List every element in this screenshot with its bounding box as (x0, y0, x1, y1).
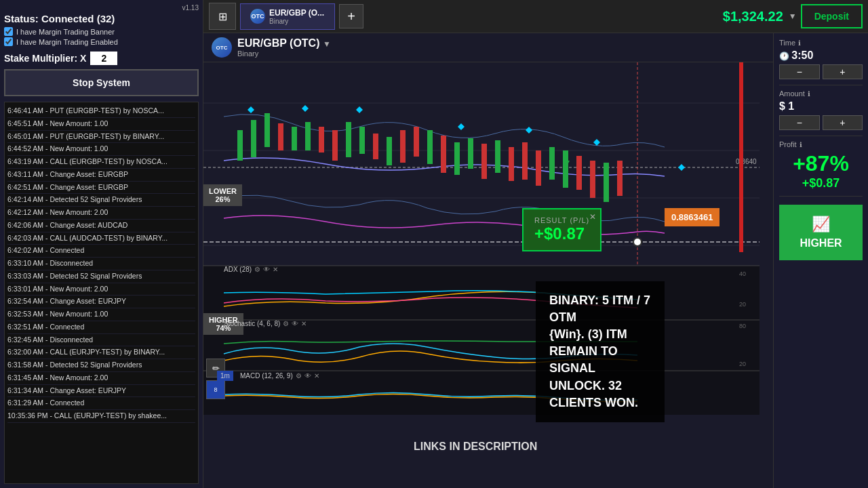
grid-button[interactable]: ⊞ (209, 3, 236, 30)
interval-label: 1m (217, 371, 233, 381)
result-value: +$0.87 (534, 224, 589, 243)
binary-notification: BINARY: 5 ITM / 7 OTM {Win}. (3) ITM REM… (536, 281, 665, 422)
macd-settings-icon[interactable]: ⚙ (296, 372, 302, 380)
margin-banner-checkbox[interactable]: I have Margin Trading Banner (4, 27, 199, 36)
right-panel: Time ℹ 🕐 3:50 − + Amount ℹ $ 1 (773, 33, 868, 488)
stoch-indicator-label: Stochastic (4, 6, 8) ⚙ 👁 ✕ (224, 320, 307, 327)
margin-trading-input[interactable] (4, 37, 13, 46)
macd-close-icon[interactable]: ✕ (314, 372, 319, 380)
log-entry: 6:44:52 AM - New Amount: 1.00 (7, 143, 195, 156)
svg-rect-33 (576, 156, 582, 190)
log-entry: 6:42:51 AM - Change Asset: EURGBP (7, 182, 195, 195)
log-entry: 6:31:34 AM - Change Asset: EURJPY (7, 385, 195, 398)
main-content: ⊞ OTC EUR/GBP (O... Binary + $1,324.22 ▼… (203, 0, 868, 488)
time-decrease-button[interactable]: − (779, 64, 820, 79)
svg-rect-12 (292, 127, 297, 150)
active-tab[interactable]: OTC EUR/GBP (O... Binary (240, 3, 335, 30)
amount-info-icon[interactable]: ℹ (808, 90, 810, 98)
svg-text:20: 20 (739, 301, 746, 308)
log-entry: 6:46:41 AM - PUT (EURGBP-TEST) by NOSCA.… (7, 105, 195, 118)
svg-text:0.8640: 0.8640 (736, 158, 757, 165)
log-entry: 6:31:58 AM - Detected 52 Signal Provider… (7, 359, 195, 372)
time-value: 🕐 3:50 (779, 49, 863, 62)
stake-row: Stake Multiplier: X (4, 52, 199, 65)
chart-pair-icon: OTC (212, 37, 232, 58)
chart-main: OTC EUR/GBP (OTC) ▼ Binary (203, 33, 773, 488)
log-area[interactable]: 6:46:41 AM - PUT (EURGBP-TEST) by NOSCA.… (4, 102, 199, 484)
svg-rect-20 (400, 130, 406, 163)
svg-rect-16 (346, 122, 351, 157)
amount-decrease-button[interactable]: − (779, 115, 820, 130)
stoch-eye-icon[interactable]: 👁 (292, 320, 298, 327)
top-bar: ⊞ OTC EUR/GBP (O... Binary + $1,324.22 ▼… (203, 0, 868, 33)
svg-rect-52 (203, 320, 760, 371)
log-entry: 6:32:54 AM - Change Asset: EURJPY (7, 296, 195, 308)
margin-banner-input[interactable] (4, 27, 13, 36)
chart-svg-area: 0.8640 (203, 62, 773, 488)
log-entry: 6:32:53 AM - New Amount: 1.00 (7, 308, 195, 321)
adx-eye-icon[interactable]: 👁 (263, 266, 270, 273)
version-label: v1.13 (4, 4, 199, 12)
log-entry: 6:33:03 AM - Detected 52 Signal Provider… (7, 270, 195, 283)
log-entry: 6:43:19 AM - CALL (EURGBP-TEST) by NOSCA… (7, 156, 195, 169)
svg-rect-18 (373, 134, 378, 159)
higher-trade-button[interactable]: 📈 HIGHER (779, 205, 863, 260)
result-popup: ✕ RESULT (P/L) +$0.87 (522, 208, 601, 251)
margin-trading-checkbox[interactable]: I have Margin Trading Enabled (4, 37, 199, 46)
deposit-button[interactable]: Deposit (801, 4, 863, 28)
log-entry: 6:42:12 AM - New Amount: 2.00 (7, 207, 195, 220)
amount-increase-button[interactable]: + (823, 115, 863, 130)
log-entry: 6:33:10 AM - Disconnected (7, 258, 195, 270)
result-label: RESULT (P/L) (534, 216, 589, 224)
profit-percentage: +87% (779, 151, 863, 176)
pair-dropdown-arrow[interactable]: ▼ (323, 39, 331, 49)
adx-close-icon[interactable]: ✕ (273, 266, 278, 273)
time-increase-button[interactable]: + (823, 64, 863, 79)
log-entry: 6:45:01 AM - PUT (EURGBP-TEST) by BINARY… (7, 131, 195, 144)
lower-label: LOWER 26% (203, 184, 242, 206)
log-entry: 6:32:51 AM - Connected (7, 321, 195, 334)
profit-label: Profit ℹ (779, 140, 863, 148)
amount-controls: − + (779, 115, 863, 130)
svg-rect-30 (536, 150, 541, 186)
signal-tool-button[interactable]: 8 (206, 380, 225, 399)
chart-pair-name: EUR/GBP (OTC) ▼ (237, 37, 331, 49)
svg-text:20: 20 (739, 361, 746, 367)
chart-pair-info: EUR/GBP (OTC) ▼ Binary (237, 37, 331, 58)
adx-indicator-label: ADX (28) ⚙ 👁 ✕ (224, 266, 278, 273)
svg-rect-23 (441, 136, 446, 173)
add-tab-button[interactable]: + (339, 4, 363, 28)
profit-info-icon[interactable]: ℹ (800, 141, 802, 148)
log-entry: 6:31:29 AM - Connected (7, 397, 195, 410)
log-entry: 6:32:00 AM - CALL (EURJPY-TEST) by BINAR… (7, 346, 195, 359)
status-title: Status: Connected (32) (4, 13, 199, 24)
svg-rect-36 (617, 161, 623, 196)
result-close-button[interactable]: ✕ (589, 212, 596, 222)
svg-rect-17 (359, 127, 365, 154)
log-entry: 6:33:01 AM - New Amount: 2.00 (7, 283, 195, 296)
balance-value: $1,324.22 (723, 9, 783, 24)
svg-rect-11 (278, 123, 283, 150)
result-price-badge: 0.8863461 (665, 208, 719, 226)
svg-rect-14 (319, 127, 324, 152)
stoch-close-icon[interactable]: ✕ (301, 320, 307, 327)
macd-eye-icon[interactable]: 👁 (304, 372, 311, 380)
svg-rect-47 (739, 62, 743, 252)
log-entry: 10:35:36 PM - CALL (EURJPY-TEST) by shak… (7, 410, 195, 423)
log-entry: 6:42:03 AM - CALL (AUDCAD-TEST) by BINAR… (7, 232, 195, 245)
tab-pair-icon: OTC (250, 9, 265, 24)
adx-settings-icon[interactable]: ⚙ (254, 266, 260, 273)
svg-rect-8 (237, 130, 243, 161)
stake-input[interactable] (90, 52, 117, 65)
svg-text:40: 40 (739, 270, 746, 277)
svg-rect-29 (522, 142, 528, 180)
time-label: Time ℹ (779, 39, 863, 47)
svg-rect-21 (414, 127, 419, 157)
amount-label: Amount ℹ (779, 89, 863, 98)
balance-arrow-icon: ▼ (789, 12, 797, 21)
stop-system-button[interactable]: Stop System (4, 69, 199, 96)
time-info-icon[interactable]: ℹ (798, 39, 801, 47)
svg-rect-25 (468, 138, 473, 169)
stoch-settings-icon[interactable]: ⚙ (283, 320, 289, 327)
tab-pair-name: EUR/GBP (O... (269, 8, 324, 18)
